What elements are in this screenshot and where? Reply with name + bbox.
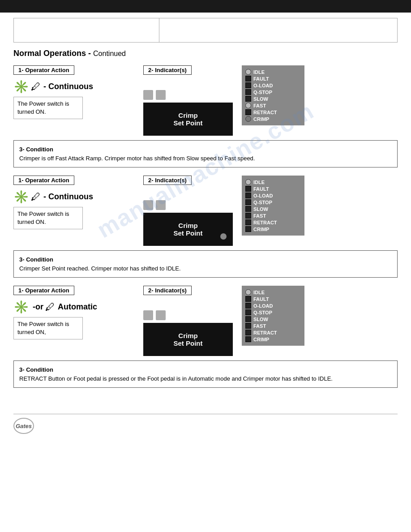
condition-text-2: Crimper Set Point reached. Crimper motor… — [19, 265, 181, 272]
led-label-crimp-1: CRIMP — [253, 116, 269, 122]
gates-logo-text: Gates — [16, 423, 32, 429]
crimp-label-3: Crimp Set Point — [173, 332, 202, 347]
crimp-label-2: Crimp Set Point — [173, 222, 202, 237]
indicator-dots-2 — [143, 200, 233, 210]
led-row-retract-3: RETRACT — [245, 330, 301, 335]
col-action-2: 1- Operator Action ✳️ 🖊 - Continuous The… — [13, 176, 134, 229]
led-label-fault-3: FAULT — [253, 296, 269, 302]
mode-label-3: Automatic — [58, 302, 97, 312]
operation-block-3: 1- Operator Action ✳️ -or 🖊 Automatic Th… — [13, 286, 398, 388]
led-label-fault-1: FAULT — [253, 76, 269, 82]
condition-text-1: Crimper is off Fast Attack Ramp. Crimper… — [19, 155, 255, 162]
dot-1b — [156, 90, 166, 100]
led-label-slow-1: SLOW — [253, 96, 268, 102]
power-box-1: The Power switch is turned ON. — [13, 97, 83, 119]
led-row-crimp-3: CRIMP — [245, 336, 301, 342]
operator-action-label-3: 1- Operator Action — [13, 286, 74, 295]
hand-icon-2: 🖊 — [31, 191, 41, 203]
indicator-label-2: 2- Indicator(s) — [143, 176, 192, 185]
power-box-2: The Power switch is turned ON. — [13, 207, 83, 229]
operation-block-2: 1- Operator Action ✳️ 🖊 - Continuous The… — [13, 176, 398, 278]
led-slow-1 — [245, 96, 251, 102]
led-row-fast-1: FAST — [245, 103, 301, 108]
led-row-qstop-2: Q-STOP — [245, 199, 301, 205]
hand-icon-1: 🖊 — [31, 81, 41, 93]
led-oload-1 — [245, 82, 251, 88]
led-row-crimp-2: CRIMP — [245, 226, 301, 232]
led-qstop-3 — [245, 309, 251, 315]
led-oload-3 — [245, 303, 251, 309]
top-bar — [0, 0, 411, 13]
led-fast-3 — [245, 323, 251, 329]
led-row-oload-3: O-LOAD — [245, 303, 301, 309]
led-row-oload-1: O-LOAD — [245, 82, 301, 88]
led-panel-2: IDLE FAULT O-LOAD Q-STOP — [242, 176, 398, 236]
led-fast-1 — [245, 103, 251, 108]
crimp-box-1: Crimp Set Point — [143, 103, 233, 136]
led-fault-1 — [245, 76, 251, 82]
led-row-slow-1: SLOW — [245, 96, 301, 102]
led-label-qstop-1: Q-STOP — [253, 90, 272, 95]
dot-2a — [143, 200, 153, 210]
led-row-idle-2: IDLE — [245, 179, 301, 185]
dot-3a — [143, 310, 153, 320]
indicator-dots-3 — [143, 310, 233, 320]
led-fast-2 — [245, 213, 251, 219]
led-indicators-3: IDLE FAULT O-LOAD Q-STOP — [242, 286, 304, 346]
op-row-3: 1- Operator Action ✳️ -or 🖊 Automatic Th… — [13, 286, 398, 356]
led-crimp-1 — [245, 116, 251, 122]
led-label-slow-2: SLOW — [253, 206, 268, 212]
led-retract-2 — [245, 219, 251, 225]
led-label-oload-3: O-LOAD — [253, 303, 273, 309]
condition-text-3: RETRACT Button or Foot pedal is pressed … — [19, 375, 333, 382]
led-label-oload-1: O-LOAD — [253, 83, 273, 88]
led-label-fault-2: FAULT — [253, 186, 269, 192]
led-label-qstop-3: Q-STOP — [253, 310, 272, 315]
indicator-dots-1 — [143, 90, 233, 100]
title-continued: Continued — [93, 50, 126, 57]
crimp-box-3: Crimp Set Point — [143, 323, 233, 356]
or-text-3: -or — [33, 302, 43, 312]
led-label-crimp-2: CRIMP — [253, 227, 269, 232]
crimp-box-2: Crimp Set Point — [143, 213, 233, 246]
operator-action-label-2: 1- Operator Action — [13, 176, 74, 185]
crimp-dot-2 — [220, 233, 227, 240]
led-label-retract-2: RETRACT — [253, 220, 277, 225]
col-indicator-1: 2- Indicator(s) Crimp Set Point — [143, 65, 233, 136]
gear-icon-2: ✳️ — [13, 189, 29, 204]
action-icons-2: ✳️ 🖊 - Continuous — [13, 189, 134, 204]
led-idle-2 — [245, 179, 251, 185]
led-qstop-1 — [245, 89, 251, 95]
header-boxes — [13, 18, 398, 43]
led-panel-3: IDLE FAULT O-LOAD Q-STOP — [242, 286, 398, 346]
dot-2b — [156, 200, 166, 210]
led-label-retract-3: RETRACT — [253, 330, 277, 335]
led-crimp-2 — [245, 226, 251, 232]
mode-label-1: - Continuous — [43, 82, 93, 91]
crimp-label-1: Crimp Set Point — [173, 112, 202, 127]
gates-logo: Gates — [13, 418, 34, 434]
dot-3b — [156, 310, 166, 320]
indicator-label-1: 2- Indicator(s) — [143, 65, 192, 75]
led-crimp-3 — [245, 336, 251, 342]
led-row-fast-3: FAST — [245, 323, 301, 329]
op-row-2: 1- Operator Action ✳️ 🖊 - Continuous The… — [13, 176, 398, 246]
condition-box-3: 3- Condition RETRACT Button or Foot peda… — [13, 360, 398, 388]
led-label-idle-3: IDLE — [253, 290, 265, 295]
led-row-qstop-1: Q-STOP — [245, 89, 301, 95]
condition-title-3: 3- Condition — [19, 366, 53, 373]
col-action-3: 1- Operator Action ✳️ -or 🖊 Automatic Th… — [13, 286, 134, 339]
led-label-retract-1: RETRACT — [253, 110, 277, 115]
power-box-3: The Power switch is turned ON, — [13, 317, 83, 339]
led-panel-1: IDLE FAULT O-LOAD Q-STOP — [242, 65, 398, 125]
led-label-fast-3: FAST — [253, 323, 266, 329]
header-box-right — [159, 18, 397, 42]
led-label-fast-2: FAST — [253, 213, 266, 219]
led-label-oload-2: O-LOAD — [253, 193, 273, 198]
action-icons-1: ✳️ 🖊 - Continuous — [13, 79, 134, 94]
operation-block-1: 1- Operator Action ✳️ 🖊 - Continuous The… — [13, 65, 398, 167]
led-row-retract-1: RETRACT — [245, 109, 301, 115]
mode-label-2: - Continuous — [43, 192, 93, 202]
led-row-idle-1: IDLE — [245, 69, 301, 75]
op-row-1: 1- Operator Action ✳️ 🖊 - Continuous The… — [13, 65, 398, 136]
